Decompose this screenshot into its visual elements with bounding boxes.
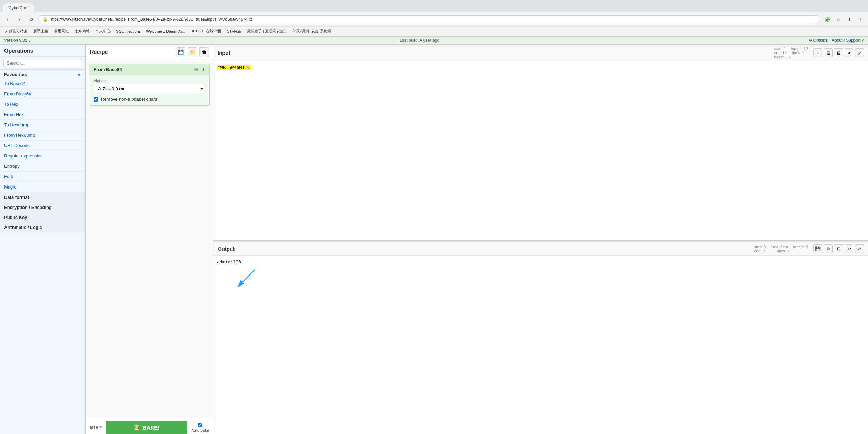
sidebar-item-url-decode[interactable]: URL Decode xyxy=(0,141,85,151)
address-bar[interactable]: 🔒 https://www.kitsch.live/CyberChef/#rec… xyxy=(38,15,820,23)
menu-button[interactable]: ⋮ xyxy=(856,15,865,24)
bookmark-newbie[interactable]: 新手上路 xyxy=(31,28,50,35)
bake-icon: 👨‍🍳 xyxy=(134,424,140,431)
cyberchef-app: Version 9.32.3 Last build: A year ago ⚙ … xyxy=(0,37,868,434)
output-expand-button[interactable]: ⤢ xyxy=(855,244,864,253)
browser-tab[interactable]: CyberChef xyxy=(3,3,34,12)
about-link[interactable]: About / Support ? xyxy=(832,38,864,43)
bookmark-buuctf[interactable]: BUUCTF在线评测 xyxy=(189,28,223,35)
sidebar-item-regex[interactable]: Regular expression xyxy=(0,151,85,161)
version-label: Version 9.32.3 xyxy=(4,38,31,43)
app-header: Version 9.32.3 Last build: A year ago ⚙ … xyxy=(0,37,868,45)
download-button[interactable]: ⬇ xyxy=(845,15,854,24)
operation-pause-button[interactable]: ⏸ xyxy=(200,67,205,72)
bake-label: BAKE! xyxy=(143,425,160,431)
forward-button[interactable]: › xyxy=(15,15,24,24)
search-box xyxy=(0,57,85,70)
input-content[interactable]: YWRtaW46MTIz xyxy=(213,61,868,240)
bookmark-buta[interactable]: 补天-漏洞_安全|系统漏... xyxy=(290,28,336,35)
sidebar-item-to-hexdump[interactable]: To Hexdump xyxy=(0,120,85,130)
question-icon: ? xyxy=(861,38,864,43)
bookmark-dvwa[interactable]: Welcome :: Damn Vu... xyxy=(144,29,187,34)
output-copy-button[interactable]: ⧉ xyxy=(824,244,833,253)
remove-nonalpha-row: Remove non-alphabet chars xyxy=(94,97,205,102)
options-label: Options xyxy=(813,38,828,43)
sidebar-item-to-base64[interactable]: To Base64 xyxy=(0,78,85,89)
recipe-save-button[interactable]: 💾 xyxy=(176,47,185,57)
auto-bake-label: Auto Bake xyxy=(191,428,209,432)
header-links: ⚙ Options About / Support ? xyxy=(809,38,864,43)
auto-bake-checkbox[interactable] xyxy=(198,423,202,427)
input-header: Input start: 0 length: 12 end: 12 lines:… xyxy=(213,45,868,61)
star-icon: ★ xyxy=(77,72,81,77)
extensions-button[interactable]: 🧩 xyxy=(822,15,832,24)
bookmark-button[interactable]: ☆ xyxy=(833,15,843,24)
category-public-key[interactable]: Public Key xyxy=(0,212,85,222)
remove-nonalpha-checkbox[interactable] xyxy=(94,97,98,102)
bookmark-firefox[interactable]: 火狐官方站点 xyxy=(3,28,30,35)
input-start: start: 0 xyxy=(774,47,786,51)
remove-nonalpha-label: Remove non-alphabet chars xyxy=(101,97,157,102)
step-label: STEP xyxy=(90,425,102,430)
output-title: Output xyxy=(218,246,235,252)
sidebar: Operations Favourites ★ To Base64 From B… xyxy=(0,45,86,434)
search-input[interactable] xyxy=(3,59,82,67)
sidebar-item-entropy[interactable]: Entropy xyxy=(0,161,85,172)
bookmark-ctfhub[interactable]: CTFHub xyxy=(225,29,243,34)
input-end: end: 12 xyxy=(774,51,787,55)
output-end: end: 9 xyxy=(754,249,765,253)
bookmark-vulnbox[interactable]: 漏洞盒子 | 互联网安全... xyxy=(245,28,289,35)
favourites-label: Favourites xyxy=(4,72,27,77)
recipe-clear-button[interactable]: 🗑 xyxy=(199,47,209,57)
category-encryption[interactable]: Encryption / Encoding xyxy=(0,202,85,212)
sidebar-item-to-hex[interactable]: To Hex xyxy=(0,99,85,109)
input-panel: Input start: 0 length: 12 end: 12 lines:… xyxy=(213,45,868,240)
input-add-button[interactable]: + xyxy=(813,48,822,57)
sidebar-item-fork[interactable]: Fork xyxy=(0,172,85,182)
bookmark-common[interactable]: 常用网址 xyxy=(52,28,71,35)
input-split-v-button[interactable]: ⊞ xyxy=(834,48,843,57)
back-button[interactable]: ‹ xyxy=(3,15,12,24)
options-link[interactable]: ⚙ Options xyxy=(809,38,828,43)
sidebar-item-magic[interactable]: Magic xyxy=(0,182,85,192)
output-undo-button[interactable]: ↩ xyxy=(845,244,853,253)
recipe-load-button[interactable]: 📁 xyxy=(188,47,197,57)
recipe-actions: 💾 📁 🗑 xyxy=(176,47,209,57)
operation-disable-button[interactable]: ⊘ xyxy=(194,67,198,72)
output-panel: Output start: 0 time: 1ms length: 9 end:… xyxy=(213,242,868,434)
operation-controls: ⊘ ⏸ xyxy=(194,67,205,72)
input-length-top: length: 12 xyxy=(791,47,808,51)
output-time: time: 1ms xyxy=(771,245,788,249)
recipe-panel: Recipe 💾 📁 🗑 From Base64 ⊘ ⏸ xyxy=(86,45,213,434)
arrow-annotation xyxy=(234,266,262,294)
category-arithmetic[interactable]: Arithmetic / Logic xyxy=(0,222,85,232)
output-to-input-button[interactable]: ⊟ xyxy=(834,244,843,253)
operation-body: Alphabet A-Za-z0-9+/= Remove non-alphabe… xyxy=(89,75,209,105)
bake-button[interactable]: 👨‍🍳 BAKE! xyxy=(106,421,187,434)
sidebar-item-from-hexdump[interactable]: From Hexdump xyxy=(0,130,85,141)
operation-from-base64: From Base64 ⊘ ⏸ Alphabet A-Za-z0-9+/= xyxy=(89,64,210,106)
browser-toolbar: ‹ › ↺ 🔒 https://www.kitsch.live/CyberChe… xyxy=(0,12,868,27)
recipe-footer: STEP 👨‍🍳 BAKE! Auto Bake xyxy=(86,417,213,434)
sidebar-list: Favourites ★ To Base64 From Base64 To He… xyxy=(0,70,85,434)
output-save-button[interactable]: 💾 xyxy=(813,244,822,253)
input-length-bottom: length: 12 xyxy=(774,55,791,59)
favourites-header: Favourites ★ xyxy=(0,70,85,78)
sidebar-item-from-base64[interactable]: From Base64 xyxy=(0,89,85,99)
url-text: https://www.kitsch.live/CyberChef/#recip… xyxy=(50,17,816,22)
input-split-h-button[interactable]: ⊟ xyxy=(824,48,833,57)
reload-button[interactable]: ↺ xyxy=(26,15,36,24)
category-data-format[interactable]: Data format xyxy=(0,192,85,202)
input-clear-button[interactable]: ✕ xyxy=(845,48,853,57)
sidebar-header: Operations xyxy=(0,45,85,57)
sidebar-item-from-hex[interactable]: From Hex xyxy=(0,109,85,120)
input-value: YWRtaW46MTIz xyxy=(217,65,251,70)
bookmark-personal[interactable]: 个人中心 xyxy=(93,28,113,35)
bookmark-sql[interactable]: SQL Injections xyxy=(114,29,143,34)
alphabet-select[interactable]: A-Za-z0-9+/= xyxy=(94,84,205,94)
recipe-title: Recipe xyxy=(90,49,108,55)
input-expand-button[interactable]: ⤢ xyxy=(855,48,864,57)
operation-header: From Base64 ⊘ ⏸ xyxy=(89,64,209,75)
about-label: About / Support xyxy=(832,38,860,43)
bookmark-jd[interactable]: 京东商城 xyxy=(73,28,92,35)
